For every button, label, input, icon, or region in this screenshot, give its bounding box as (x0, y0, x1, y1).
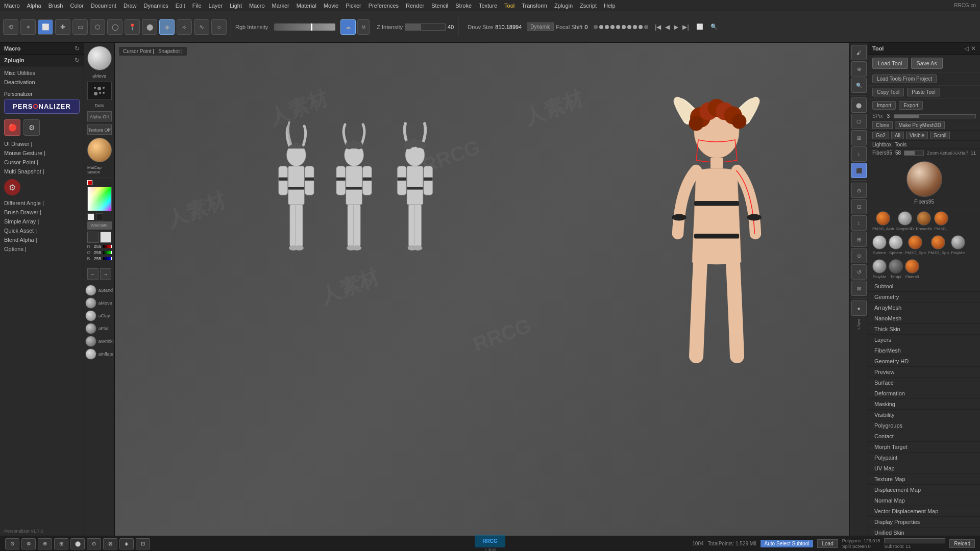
options-item[interactable]: Options | (0, 244, 84, 254)
status-icon-7[interactable]: ⊠ (103, 538, 117, 549)
menu-stroke[interactable]: Stroke (455, 3, 472, 9)
spix-slider[interactable] (894, 114, 976, 118)
tool-icon-8[interactable]: ↕ (851, 215, 867, 231)
menu-document[interactable]: Document (91, 3, 116, 9)
menu-visibility[interactable]: Visibility (868, 410, 980, 420)
menu-displacement-map[interactable]: Displacement Map (868, 485, 980, 495)
export-btn[interactable]: Export (899, 101, 923, 110)
simple-array-item[interactable]: Simple Array | (0, 217, 84, 226)
status-icon-8[interactable]: ◈ (119, 538, 134, 549)
status-icon-5[interactable]: ⬤ (70, 538, 85, 549)
menu-render[interactable]: Render (406, 3, 424, 9)
toolbar-snake-btn[interactable]: ⬡ (90, 19, 105, 35)
toolbar-circle-btn[interactable]: ◯ (107, 19, 122, 35)
tool-icon-solo[interactable]: ● (851, 300, 867, 316)
refresh-icon[interactable]: ↻ (75, 45, 80, 52)
menu-deformation[interactable]: Deformation (868, 388, 980, 399)
load-tool-button[interactable]: Load Tool (872, 58, 908, 69)
snapshot-display[interactable]: Snapshot | (158, 48, 183, 54)
toolbar-pin-btn[interactable]: 📍 (125, 19, 140, 35)
menu-layers[interactable]: Layers (868, 335, 980, 345)
toolbar-light-btn[interactable]: ○ (211, 19, 227, 35)
tool-icon-7[interactable]: ⊡ (851, 199, 867, 214)
toolbar-cloud-btn[interactable]: ☁ (340, 19, 356, 35)
menu-preview[interactable]: Preview (868, 367, 980, 378)
toolbar-draw-btn[interactable]: ⬜ (38, 19, 53, 35)
menu-help[interactable]: Help (604, 3, 616, 9)
scroll-btn[interactable]: Scroll (930, 132, 950, 139)
tool-icon-select[interactable]: ⊕ (851, 61, 867, 77)
menu-movie[interactable]: Movie (324, 3, 338, 9)
zplugin-refresh[interactable]: ↻ (75, 57, 80, 64)
reload-button[interactable]: Reload (949, 539, 975, 548)
status-icon-2[interactable]: ⚙ (21, 538, 36, 549)
menu-masking[interactable]: Masking (868, 399, 980, 410)
nav-prev[interactable]: ◀ (664, 23, 671, 31)
mouse-gesture-item[interactable]: Mouse Gesture | (0, 148, 84, 158)
make-polymesh-btn[interactable]: Make PolyMesh3D (895, 121, 945, 129)
toolbar-sym-btn[interactable]: ⟡ (177, 19, 192, 35)
brush-drawer-item[interactable]: Brush Drawer | (0, 208, 84, 217)
status-icon-3[interactable]: ⊕ (38, 538, 52, 549)
toolbar-clip-btn[interactable]: ▭ (72, 19, 88, 35)
tool-icon-brush[interactable]: 🖌 (851, 45, 867, 60)
toolbar-curve-btn[interactable]: ∿ (194, 19, 209, 35)
alternate-btn[interactable]: Alternate (87, 221, 112, 230)
color-picker-gradient[interactable] (87, 187, 112, 211)
panel-expand-icon[interactable]: ◁ (964, 45, 969, 52)
menu-zplugin[interactable]: Zplugin (554, 3, 573, 9)
b-slider[interactable] (103, 257, 112, 260)
menu-preferences[interactable]: Preferences (369, 3, 399, 9)
menu-brush[interactable]: Brush (48, 3, 63, 9)
tools-label[interactable]: Tools (895, 142, 906, 147)
menu-polypaint[interactable]: Polypaint (868, 453, 980, 463)
save-as-button[interactable]: Save As (911, 58, 943, 69)
status-icon-6[interactable]: ⊙ (87, 538, 101, 549)
viewport[interactable]: 人素材 人素材 RRCG 人素材 RRCG 人素材 Cursor Point |… (115, 43, 849, 536)
cursor-point-display[interactable]: Cursor Point | (123, 48, 154, 54)
big-swatch-dark[interactable] (87, 232, 99, 243)
deactivation-item[interactable]: Deactivation (0, 78, 84, 87)
toolbar-smooth-btn[interactable]: ✚ (55, 19, 70, 35)
texture-off-btn[interactable]: Texture Off (87, 124, 112, 135)
clone-btn[interactable]: Clone (872, 121, 893, 129)
toolbar-square-btn[interactable]: ⬜ (695, 22, 705, 32)
menu-dynamics[interactable]: Dynamics (144, 3, 168, 9)
different-angle-item[interactable]: Different Angle | (0, 198, 84, 208)
rgb-intensity-bar[interactable] (274, 23, 335, 31)
nav-right[interactable]: ▶| (681, 23, 690, 31)
brush-switch-left[interactable]: ← (87, 268, 99, 280)
status-icon-4[interactable]: ⊞ (54, 538, 68, 549)
actual-label[interactable]: Actual (940, 151, 952, 156)
cursor-point-item[interactable]: Cursor Point | (0, 158, 84, 167)
menu-draw[interactable]: Draw (124, 3, 137, 9)
menu-thick-skin[interactable]: Thick Skin (868, 324, 980, 335)
quick-asset-item[interactable]: Quick Asset | (0, 226, 84, 235)
alpha-off-btn[interactable]: Alpha Off (87, 111, 112, 121)
gear-icon-btn[interactable]: ⚙ (23, 119, 40, 136)
menu-normal-map[interactable]: Normal Map (868, 495, 980, 506)
tool-icon-2[interactable]: ⬡ (851, 114, 867, 129)
toolbar-material-btn[interactable]: M (357, 19, 370, 35)
rgb-intensity-slider[interactable] (274, 23, 335, 31)
z-intensity-slider[interactable] (405, 23, 446, 31)
go2-btn[interactable]: Go2 (872, 132, 889, 139)
red-icon-btn[interactable]: 🔴 (4, 119, 20, 136)
auto-select-button[interactable]: Auto Select Subtool (761, 540, 814, 547)
menu-nanomesh[interactable]: NanoMesh (868, 313, 980, 324)
panel-close-icon[interactable]: ✕ (971, 45, 976, 52)
menu-fibermesh[interactable]: FiberMesh (868, 345, 980, 356)
menu-edit[interactable]: Edit (176, 3, 185, 9)
menu-texture-map[interactable]: Texture Map (868, 474, 980, 485)
tool-icon-6[interactable]: ⊙ (851, 183, 867, 198)
menu-material[interactable]: Material (297, 3, 316, 9)
menu-polygroups[interactable]: Polygroups (868, 420, 980, 431)
menu-macro[interactable]: Macro (249, 3, 265, 9)
swatch-white[interactable] (87, 213, 94, 220)
status-icon-1[interactable]: ⊙ (5, 538, 19, 549)
zoom-label[interactable]: Zoom (927, 151, 939, 156)
status-icon-9[interactable]: ⊡ (136, 538, 150, 549)
menu-uv-map[interactable]: UV Map (868, 463, 980, 474)
menu-picker[interactable]: Picker (346, 3, 361, 9)
menu-texture[interactable]: Texture (479, 3, 497, 9)
